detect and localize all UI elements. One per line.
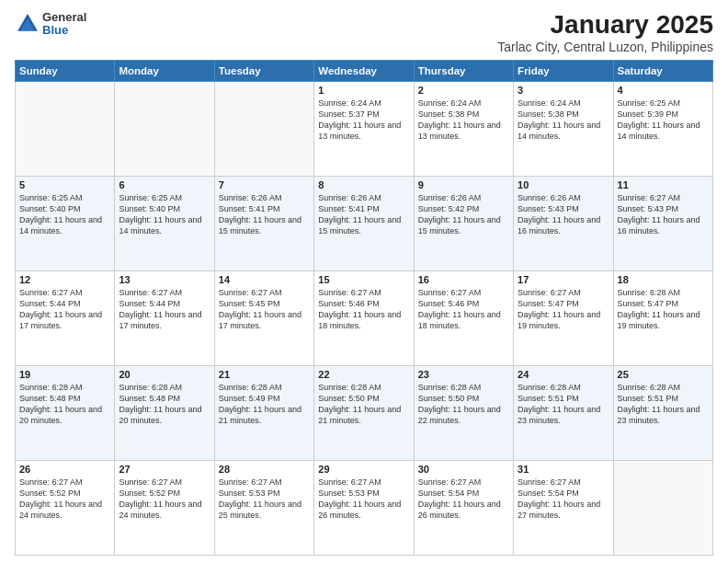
title-block: January 2025 Tarlac City, Central Luzon,… bbox=[497, 11, 713, 54]
calendar-cell: 15Sunrise: 6:27 AMSunset: 5:46 PMDayligh… bbox=[314, 270, 414, 365]
calendar-cell: 4Sunrise: 6:25 AMSunset: 5:39 PMDaylight… bbox=[613, 81, 712, 176]
logo: General Blue bbox=[15, 11, 86, 38]
day-number: 17 bbox=[518, 274, 609, 285]
day-number: 10 bbox=[518, 179, 609, 190]
calendar-cell: 25Sunrise: 6:28 AMSunset: 5:51 PMDayligh… bbox=[613, 365, 712, 460]
weekday-header-sunday: Sunday bbox=[16, 60, 115, 81]
calendar-cell: 24Sunrise: 6:28 AMSunset: 5:51 PMDayligh… bbox=[514, 365, 613, 460]
header: General Blue January 2025 Tarlac City, C… bbox=[15, 11, 713, 54]
calendar-cell bbox=[214, 81, 313, 176]
day-info: Sunrise: 6:27 AMSunset: 5:53 PMDaylight:… bbox=[318, 477, 409, 522]
day-info: Sunrise: 6:27 AMSunset: 5:46 PMDaylight:… bbox=[318, 287, 409, 332]
day-info: Sunrise: 6:24 AMSunset: 5:38 PMDaylight:… bbox=[418, 98, 509, 143]
calendar-cell: 2Sunrise: 6:24 AMSunset: 5:38 PMDaylight… bbox=[414, 81, 513, 176]
weekday-header-thursday: Thursday bbox=[414, 60, 513, 81]
day-number: 8 bbox=[318, 179, 409, 190]
day-number: 3 bbox=[518, 85, 609, 96]
day-info: Sunrise: 6:28 AMSunset: 5:50 PMDaylight:… bbox=[418, 382, 509, 427]
logo-icon bbox=[15, 11, 40, 37]
calendar-cell: 11Sunrise: 6:27 AMSunset: 5:43 PMDayligh… bbox=[613, 176, 712, 270]
day-number: 2 bbox=[418, 85, 509, 96]
day-number: 1 bbox=[318, 85, 409, 96]
day-number: 29 bbox=[318, 464, 409, 475]
day-info: Sunrise: 6:24 AMSunset: 5:38 PMDaylight:… bbox=[518, 98, 609, 143]
day-info: Sunrise: 6:26 AMSunset: 5:41 PMDaylight:… bbox=[318, 192, 409, 237]
day-number: 7 bbox=[219, 179, 310, 190]
day-number: 27 bbox=[119, 464, 210, 475]
weekday-header-wednesday: Wednesday bbox=[314, 60, 414, 81]
calendar-cell: 6Sunrise: 6:25 AMSunset: 5:40 PMDaylight… bbox=[115, 176, 214, 270]
day-number: 18 bbox=[618, 274, 709, 285]
day-info: Sunrise: 6:27 AMSunset: 5:45 PMDaylight:… bbox=[219, 287, 310, 332]
calendar-cell bbox=[16, 81, 115, 176]
calendar-cell: 22Sunrise: 6:28 AMSunset: 5:50 PMDayligh… bbox=[314, 365, 414, 460]
day-info: Sunrise: 6:27 AMSunset: 5:54 PMDaylight:… bbox=[418, 477, 509, 522]
calendar-cell: 14Sunrise: 6:27 AMSunset: 5:45 PMDayligh… bbox=[214, 270, 313, 365]
calendar-cell: 20Sunrise: 6:28 AMSunset: 5:48 PMDayligh… bbox=[115, 365, 214, 460]
day-info: Sunrise: 6:27 AMSunset: 5:47 PMDaylight:… bbox=[518, 287, 609, 332]
day-number: 14 bbox=[219, 274, 310, 285]
calendar-cell bbox=[613, 460, 712, 555]
day-info: Sunrise: 6:25 AMSunset: 5:40 PMDaylight:… bbox=[19, 192, 110, 237]
day-number: 22 bbox=[318, 369, 409, 380]
day-number: 25 bbox=[618, 369, 709, 380]
weekday-header-friday: Friday bbox=[514, 60, 613, 81]
day-info: Sunrise: 6:27 AMSunset: 5:46 PMDaylight:… bbox=[418, 287, 509, 332]
week-row-2: 5Sunrise: 6:25 AMSunset: 5:40 PMDaylight… bbox=[16, 176, 713, 270]
day-number: 31 bbox=[518, 464, 609, 475]
day-number: 12 bbox=[19, 274, 110, 285]
day-number: 15 bbox=[318, 274, 409, 285]
day-number: 4 bbox=[618, 85, 709, 96]
day-info: Sunrise: 6:28 AMSunset: 5:50 PMDaylight:… bbox=[318, 382, 409, 427]
day-number: 23 bbox=[418, 369, 509, 380]
day-number: 13 bbox=[119, 274, 210, 285]
page-subtitle: Tarlac City, Central Luzon, Philippines bbox=[497, 40, 713, 54]
day-info: Sunrise: 6:27 AMSunset: 5:43 PMDaylight:… bbox=[618, 192, 709, 237]
calendar-cell: 18Sunrise: 6:28 AMSunset: 5:47 PMDayligh… bbox=[613, 270, 712, 365]
day-number: 21 bbox=[219, 369, 310, 380]
day-number: 5 bbox=[19, 179, 110, 190]
calendar-cell: 10Sunrise: 6:26 AMSunset: 5:43 PMDayligh… bbox=[514, 176, 613, 270]
calendar-cell: 9Sunrise: 6:26 AMSunset: 5:42 PMDaylight… bbox=[414, 176, 513, 270]
day-number: 6 bbox=[119, 179, 210, 190]
logo-blue-text: Blue bbox=[42, 24, 86, 37]
day-info: Sunrise: 6:28 AMSunset: 5:51 PMDaylight:… bbox=[618, 382, 709, 427]
day-info: Sunrise: 6:26 AMSunset: 5:41 PMDaylight:… bbox=[219, 192, 310, 237]
calendar-cell: 1Sunrise: 6:24 AMSunset: 5:37 PMDaylight… bbox=[314, 81, 414, 176]
calendar-cell: 27Sunrise: 6:27 AMSunset: 5:52 PMDayligh… bbox=[115, 460, 214, 555]
page-title: January 2025 bbox=[497, 11, 713, 40]
calendar-cell bbox=[115, 81, 214, 176]
logo-text: General Blue bbox=[42, 11, 86, 38]
day-number: 16 bbox=[418, 274, 509, 285]
day-number: 30 bbox=[418, 464, 509, 475]
day-number: 24 bbox=[518, 369, 609, 380]
calendar-cell: 5Sunrise: 6:25 AMSunset: 5:40 PMDaylight… bbox=[16, 176, 115, 270]
calendar-cell: 3Sunrise: 6:24 AMSunset: 5:38 PMDaylight… bbox=[514, 81, 613, 176]
calendar-cell: 21Sunrise: 6:28 AMSunset: 5:49 PMDayligh… bbox=[214, 365, 313, 460]
calendar-cell: 30Sunrise: 6:27 AMSunset: 5:54 PMDayligh… bbox=[414, 460, 513, 555]
calendar-cell: 28Sunrise: 6:27 AMSunset: 5:53 PMDayligh… bbox=[214, 460, 313, 555]
day-info: Sunrise: 6:27 AMSunset: 5:44 PMDaylight:… bbox=[119, 287, 210, 332]
day-info: Sunrise: 6:27 AMSunset: 5:44 PMDaylight:… bbox=[19, 287, 110, 332]
week-row-1: 1Sunrise: 6:24 AMSunset: 5:37 PMDaylight… bbox=[16, 81, 713, 176]
logo-general-text: General bbox=[42, 11, 86, 24]
calendar-cell: 26Sunrise: 6:27 AMSunset: 5:52 PMDayligh… bbox=[16, 460, 115, 555]
day-number: 20 bbox=[119, 369, 210, 380]
day-info: Sunrise: 6:28 AMSunset: 5:48 PMDaylight:… bbox=[19, 382, 110, 427]
day-info: Sunrise: 6:27 AMSunset: 5:53 PMDaylight:… bbox=[219, 477, 310, 522]
calendar-table: SundayMondayTuesdayWednesdayThursdayFrid… bbox=[15, 60, 713, 556]
day-info: Sunrise: 6:26 AMSunset: 5:42 PMDaylight:… bbox=[418, 192, 509, 237]
day-info: Sunrise: 6:28 AMSunset: 5:48 PMDaylight:… bbox=[119, 382, 210, 427]
weekday-header-monday: Monday bbox=[115, 60, 214, 81]
day-number: 28 bbox=[219, 464, 310, 475]
day-info: Sunrise: 6:28 AMSunset: 5:49 PMDaylight:… bbox=[219, 382, 310, 427]
calendar-cell: 13Sunrise: 6:27 AMSunset: 5:44 PMDayligh… bbox=[115, 270, 214, 365]
day-number: 26 bbox=[19, 464, 110, 475]
day-info: Sunrise: 6:27 AMSunset: 5:52 PMDaylight:… bbox=[119, 477, 210, 522]
weekday-header-row: SundayMondayTuesdayWednesdayThursdayFrid… bbox=[16, 60, 713, 81]
calendar-cell: 31Sunrise: 6:27 AMSunset: 5:54 PMDayligh… bbox=[514, 460, 613, 555]
weekday-header-saturday: Saturday bbox=[613, 60, 712, 81]
calendar-cell: 12Sunrise: 6:27 AMSunset: 5:44 PMDayligh… bbox=[16, 270, 115, 365]
week-row-5: 26Sunrise: 6:27 AMSunset: 5:52 PMDayligh… bbox=[16, 460, 713, 555]
day-info: Sunrise: 6:28 AMSunset: 5:47 PMDaylight:… bbox=[618, 287, 709, 332]
